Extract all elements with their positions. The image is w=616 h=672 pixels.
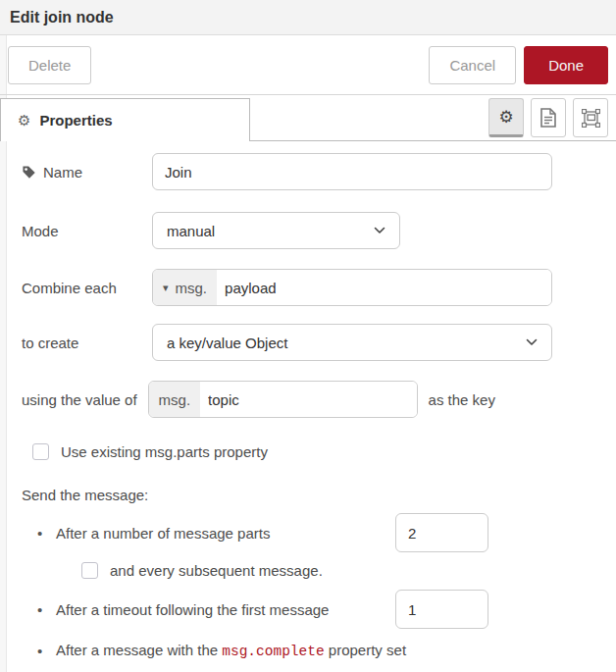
complete-row: • After a message with the msg.complete … xyxy=(22,642,616,659)
to-create-label: to create xyxy=(22,335,152,351)
combine-row: Combine each ▾ msg. xyxy=(22,269,616,306)
key-row-after-label: as the key xyxy=(429,391,495,408)
dialog-title: Edit join node xyxy=(0,0,616,35)
tab-properties-label: Properties xyxy=(39,112,112,129)
combine-label: Combine each xyxy=(22,280,152,296)
gear-icon: ⚙ xyxy=(18,112,30,129)
properties-form: Name Mode manual Combine each ▾ msg. to … xyxy=(0,141,616,659)
caret-down-icon: ▾ xyxy=(163,282,169,294)
gear-icon: ⚙ xyxy=(498,107,513,128)
chevron-down-icon xyxy=(374,227,385,234)
mode-label: Mode xyxy=(22,223,152,239)
dialog-toolbar: Delete Cancel Done xyxy=(0,35,616,95)
combine-type-button[interactable]: ▾ msg. xyxy=(153,270,217,305)
tab-properties[interactable]: ⚙ Properties xyxy=(0,98,250,141)
msg-complete-code: msg.complete xyxy=(222,644,324,659)
to-create-row: to create a key/value Object xyxy=(22,324,616,361)
count-row: • After a number of message parts xyxy=(22,513,616,552)
name-input[interactable] xyxy=(152,153,552,190)
complete-label-after: property set xyxy=(325,642,406,658)
key-row-before-label: using the value of xyxy=(22,391,137,408)
combine-value-input[interactable] xyxy=(217,270,551,305)
use-parts-label: Use existing msg.parts property xyxy=(61,443,268,460)
bullet-icon: • xyxy=(37,601,56,618)
timeout-label: After a timeout following the first mess… xyxy=(56,601,395,618)
subsequent-row: and every subsequent message. xyxy=(22,562,616,579)
complete-label-before: After a message with the xyxy=(56,642,222,658)
description-button[interactable] xyxy=(531,98,566,137)
send-message-heading: Send the message: xyxy=(22,487,616,503)
build-selected-value: a key/value Object xyxy=(167,335,287,351)
editor-tab-bar: ⚙ Properties ⚙ xyxy=(0,95,616,141)
combine-prefix-label: msg. xyxy=(176,280,208,296)
count-input[interactable] xyxy=(395,513,488,552)
tab-action-buttons: ⚙ xyxy=(488,98,608,137)
key-prefix-label-box: msg. xyxy=(149,382,201,417)
bullet-icon: • xyxy=(37,643,56,659)
mode-selected-value: manual xyxy=(167,223,215,239)
complete-label: After a message with the msg.complete pr… xyxy=(56,642,406,659)
document-icon xyxy=(540,108,556,128)
bullet-icon: • xyxy=(37,525,56,542)
properties-gear-button[interactable]: ⚙ xyxy=(488,98,524,137)
key-value-input[interactable] xyxy=(200,382,416,417)
delete-button[interactable]: Delete xyxy=(8,46,91,84)
chevron-down-icon xyxy=(526,338,538,346)
appearance-button[interactable] xyxy=(573,98,608,137)
timeout-row: • After a timeout following the first me… xyxy=(22,590,616,629)
key-prefix-label: msg. xyxy=(159,391,191,408)
subsequent-checkbox[interactable] xyxy=(81,562,98,579)
tag-icon xyxy=(22,165,36,180)
combine-typed-input: ▾ msg. xyxy=(152,269,552,306)
count-label: After a number of message parts xyxy=(56,525,395,542)
timeout-input[interactable] xyxy=(395,590,488,629)
key-row: using the value of msg. as the key xyxy=(22,381,616,418)
done-button[interactable]: Done xyxy=(524,46,608,84)
name-label-group: Name xyxy=(22,164,152,181)
cancel-button[interactable]: Cancel xyxy=(429,46,516,84)
name-label: Name xyxy=(43,164,82,181)
key-typed-input: msg. xyxy=(148,381,418,418)
name-row: Name xyxy=(22,153,616,190)
subsequent-label: and every subsequent message. xyxy=(110,562,323,579)
mode-row: Mode manual xyxy=(22,212,616,249)
selection-frame-icon xyxy=(582,109,600,128)
use-parts-checkbox[interactable] xyxy=(32,443,49,460)
build-select[interactable]: a key/value Object xyxy=(152,324,552,361)
mode-select[interactable]: manual xyxy=(152,212,400,249)
use-parts-row: Use existing msg.parts property xyxy=(22,443,616,460)
